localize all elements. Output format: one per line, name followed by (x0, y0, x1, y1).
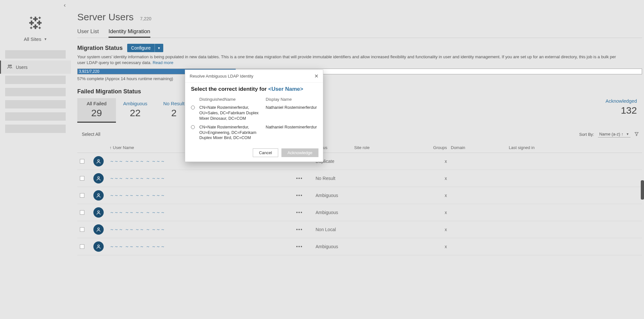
modal-heading-prefix: Select the correct identity for (191, 86, 268, 92)
row-status: Non Local (316, 227, 354, 232)
column-domain[interactable]: Domain (451, 145, 509, 150)
sidebar-collapse-icon[interactable] (62, 3, 67, 9)
status-card-ambiguous[interactable]: Ambiguous 22 (116, 98, 155, 123)
tab-identity-migration[interactable]: Identity Migration (109, 28, 150, 38)
row-actions-icon[interactable]: ••• (283, 227, 316, 232)
user-name-link[interactable]: ～～～ ～～ ～～ ～ ～～～ (109, 192, 283, 198)
row-status: Ambiguous (316, 210, 354, 215)
column-groups[interactable]: Groups (419, 145, 451, 150)
progress-bar: 3,921/7,220 (77, 69, 642, 74)
row-groups: x (419, 210, 451, 215)
svg-rect-11 (39, 17, 40, 19)
svg-rect-7 (39, 21, 40, 25)
tab-user-list[interactable]: User List (77, 28, 99, 38)
row-checkbox[interactable] (80, 193, 84, 198)
user-name-link[interactable]: ～～～ ～～ ～～ ～ ～～～ (109, 210, 283, 215)
row-checkbox[interactable] (80, 210, 84, 215)
page-count: 7,220 (140, 16, 151, 21)
row-groups: x (419, 159, 451, 164)
sidebar-placeholder (5, 76, 66, 84)
table-row: ～～～ ～～ ～～ ～ ～～～•••No Resultx (77, 170, 642, 187)
sidebar-placeholder (5, 50, 66, 59)
row-actions-icon[interactable]: ••• (283, 210, 316, 215)
status-card-label: Acknowledged (605, 98, 637, 104)
distinguished-name: CN=Nate Rosteminerferdur, OU=Sales, DC=F… (199, 105, 264, 121)
row-groups: x (419, 244, 451, 249)
user-name-link[interactable]: ～～～ ～～ ～～ ～ ～～～ (109, 244, 283, 249)
row-actions-icon[interactable]: ••• (283, 244, 316, 249)
row-checkbox[interactable] (80, 159, 84, 164)
avatar-icon (93, 190, 104, 201)
user-name-link[interactable]: ～～～ ～～ ～～ ～ ～～～ (109, 227, 283, 232)
avatar-icon (93, 224, 104, 235)
display-name: Nathaniel Rosteminerferdur (266, 125, 317, 129)
main-content: Server Users 7,220 User List Identity Mi… (71, 0, 644, 319)
sidebar-placeholder (5, 100, 66, 108)
column-site-role[interactable]: Site role (354, 145, 419, 150)
close-icon[interactable]: ✕ (314, 73, 318, 79)
svg-rect-1 (33, 18, 38, 20)
svg-point-17 (10, 65, 12, 66)
row-actions-icon[interactable]: ••• (283, 176, 316, 181)
progress-subtext: 57% complete (Approx 14 hours runtime re… (77, 76, 642, 81)
sort-by-label: Sort By: (579, 132, 594, 137)
sort-value: Name (a-z) ↑ (599, 132, 623, 136)
radio-option[interactable] (191, 125, 195, 129)
status-card-all-failed[interactable]: All Failed 29 (77, 98, 116, 123)
cancel-button[interactable]: Cancel (253, 148, 278, 157)
status-card-value: 29 (79, 108, 115, 118)
acknowledge-button[interactable]: Acknowledge (281, 148, 318, 157)
user-name-link[interactable]: ～～～ ～～ ～～ ～ ～～～ (109, 175, 283, 181)
site-selector[interactable]: All Sites ▼ (0, 36, 71, 42)
tabs: User List Identity Migration (77, 28, 642, 38)
row-checkbox[interactable] (80, 244, 84, 249)
status-card-value: 22 (117, 108, 153, 118)
svg-point-21 (98, 194, 99, 195)
sort-dropdown[interactable]: Name (a-z) ↑ ▼ (598, 131, 630, 137)
row-status: Ambiguous (316, 244, 354, 249)
avatar-icon (93, 156, 104, 166)
scrollbar-thumb[interactable] (641, 180, 644, 200)
table-header: ↑User Name Actions Status Site role Grou… (77, 143, 642, 153)
users-icon (7, 64, 13, 70)
configure-dropdown-icon[interactable]: ▼ (155, 44, 163, 52)
status-card-acknowledged[interactable]: Acknowledged 132 (605, 98, 642, 123)
read-more-link[interactable]: Read more (153, 60, 173, 65)
row-status: Ambiguous (316, 193, 354, 198)
svg-rect-15 (39, 27, 40, 29)
status-cards: All Failed 29 Ambiguous 22 No Result 2 A… (77, 98, 642, 123)
svg-point-22 (98, 211, 99, 212)
select-all-link[interactable]: Select All (82, 132, 100, 137)
column-distinguished-name: DistinguishedName (199, 97, 264, 102)
row-groups: x (419, 176, 451, 181)
identity-option[interactable]: CN=Nate Rosteminerferdur, OU=Sales, DC=F… (191, 105, 317, 121)
modal-title: Resolve Ambiguous LDAP Identity (190, 74, 253, 79)
sidebar-placeholder (5, 112, 66, 121)
sidebar-item-users[interactable]: Users (0, 61, 71, 74)
modal-heading-user: <User Name> (268, 86, 303, 92)
row-actions-icon[interactable]: ••• (283, 193, 316, 198)
row-checkbox[interactable] (80, 227, 84, 232)
filter-icon[interactable] (634, 132, 639, 137)
radio-option[interactable] (191, 106, 195, 109)
svg-point-20 (98, 177, 99, 178)
tableau-logo-icon (0, 15, 71, 31)
progress-label: 3,921/7,220 (79, 69, 99, 74)
column-last-signed-in[interactable]: Last signed in (509, 145, 567, 150)
row-checkbox[interactable] (80, 176, 84, 181)
user-table: ↑User Name Actions Status Site role Grou… (77, 143, 642, 255)
svg-rect-5 (31, 21, 33, 25)
identity-option[interactable]: CN=Nate Rosteminerferdur, OU=Engineering… (191, 125, 317, 141)
site-selector-label: All Sites (24, 36, 41, 42)
avatar-icon (93, 241, 104, 252)
svg-marker-18 (635, 132, 639, 136)
svg-rect-3 (33, 26, 38, 28)
status-card-label: All Failed (79, 101, 115, 106)
svg-rect-9 (31, 17, 32, 19)
sidebar-placeholder (5, 88, 66, 96)
configure-button[interactable]: Configure ▼ (127, 44, 163, 52)
svg-point-23 (98, 228, 99, 230)
resolve-identity-modal: Resolve Ambiguous LDAP Identity ✕ Select… (185, 70, 323, 162)
svg-rect-13 (31, 27, 32, 29)
failed-migration-title: Failed Migration Status (77, 88, 642, 95)
